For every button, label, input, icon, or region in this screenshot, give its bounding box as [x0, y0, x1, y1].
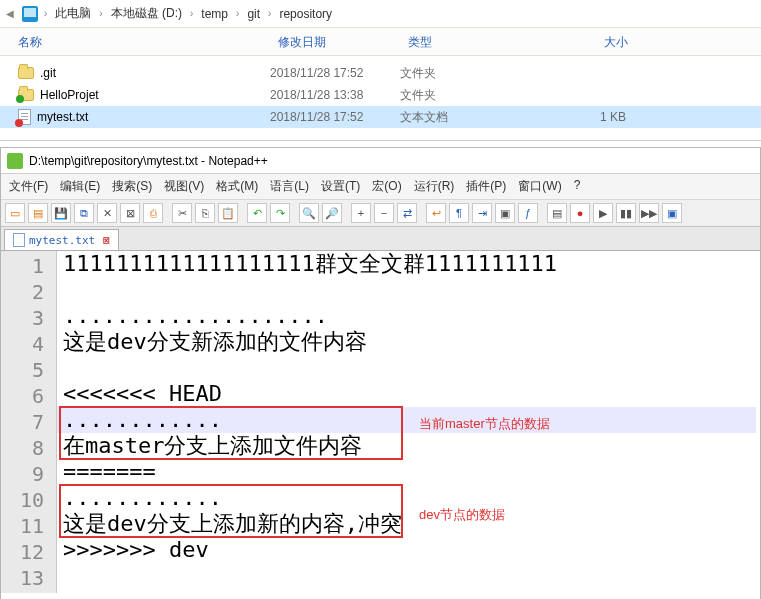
file-name: mytest.txt — [37, 110, 88, 124]
close-tab-icon[interactable]: ⊠ — [103, 234, 110, 247]
col-size[interactable]: 大小 — [516, 34, 636, 51]
breadcrumb-seg[interactable]: git — [245, 7, 262, 21]
menu-item[interactable]: 语言(L) — [270, 178, 309, 195]
code-line[interactable]: 在master分支上添加文件内容 — [57, 433, 756, 459]
code-line[interactable]: ======= — [57, 459, 756, 485]
menu-item[interactable]: 视图(V) — [164, 178, 204, 195]
folder-icon — [18, 89, 34, 101]
chevron-right-icon: › — [99, 8, 102, 19]
col-name[interactable]: 名称 — [0, 34, 270, 51]
zoom-in-button[interactable]: + — [351, 203, 371, 223]
separator — [241, 203, 244, 223]
file-icon — [13, 233, 25, 247]
breadcrumb[interactable]: ◀ › 此电脑 › 本地磁盘 (D:) › temp › git › repos… — [0, 0, 761, 28]
find-button[interactable]: 🔍 — [299, 203, 319, 223]
menu-item[interactable]: ? — [574, 178, 581, 195]
tab-label: mytest.txt — [29, 234, 95, 247]
menu-item[interactable]: 插件(P) — [466, 178, 506, 195]
window-title-bar[interactable]: D:\temp\git\repository\mytest.txt - Note… — [1, 148, 760, 174]
menu-item[interactable]: 格式(M) — [216, 178, 258, 195]
save-all-button[interactable]: ⧉ — [74, 203, 94, 223]
file-row[interactable]: .git2018/11/28 17:52文件夹 — [0, 62, 761, 84]
file-type: 文件夹 — [400, 87, 516, 104]
code-line[interactable]: .................... — [57, 303, 756, 329]
breadcrumb-seg[interactable]: temp — [199, 7, 230, 21]
play-button[interactable]: ▶ — [593, 203, 613, 223]
code-line[interactable]: 这是dev分支上添加新的内容,冲突 — [57, 511, 756, 537]
doc-button[interactable]: ▤ — [547, 203, 567, 223]
annotation-label-master: 当前master节点的数据 — [419, 415, 550, 433]
save-button[interactable]: 💾 — [51, 203, 71, 223]
chevron-right-icon: › — [190, 8, 193, 19]
code-line[interactable]: ............ — [57, 485, 756, 511]
cut-button[interactable]: ✂ — [172, 203, 192, 223]
menu-item[interactable]: 文件(F) — [9, 178, 48, 195]
sync-button[interactable]: ⇄ — [397, 203, 417, 223]
undo-button[interactable]: ↶ — [247, 203, 267, 223]
open-file-button[interactable]: ▤ — [28, 203, 48, 223]
menu-item[interactable]: 宏(O) — [372, 178, 401, 195]
editor[interactable]: 12345678910111213 1111111111111111111群文全… — [1, 251, 760, 599]
close-button[interactable]: ✕ — [97, 203, 117, 223]
file-row[interactable]: HelloProjet2018/11/28 13:38文件夹 — [0, 84, 761, 106]
show-all-button[interactable]: ¶ — [449, 203, 469, 223]
col-modified[interactable]: 修改日期 — [270, 34, 400, 51]
file-modified: 2018/11/28 17:52 — [270, 110, 400, 124]
breadcrumb-seg[interactable]: 本地磁盘 (D:) — [109, 5, 184, 22]
menu-item[interactable]: 运行(R) — [414, 178, 455, 195]
toolbar: ▭ ▤ 💾 ⧉ ✕ ⊠ ⎙ ✂ ⎘ 📋 ↶ ↷ 🔍 🔎 + − ⇄ ↩ ¶ ⇥ … — [1, 200, 760, 227]
replace-button[interactable]: 🔎 — [322, 203, 342, 223]
fast-button[interactable]: ▶▶ — [639, 203, 659, 223]
indent-button[interactable]: ⇥ — [472, 203, 492, 223]
pc-icon — [22, 6, 38, 22]
code-line[interactable]: >>>>>>> dev — [57, 537, 756, 563]
column-headers: 名称 修改日期 类型 大小 — [0, 28, 761, 56]
file-explorer: ◀ › 此电脑 › 本地磁盘 (D:) › temp › git › repos… — [0, 0, 761, 141]
breadcrumb-seg[interactable]: 此电脑 — [53, 5, 93, 22]
separator — [541, 203, 544, 223]
chevron-right-icon: › — [268, 8, 271, 19]
col-type[interactable]: 类型 — [400, 34, 516, 51]
separator — [293, 203, 296, 223]
code-area[interactable]: 1111111111111111111群文全文群1111111111......… — [57, 251, 760, 593]
code-line[interactable]: ............ — [57, 407, 756, 433]
chevron-right-icon: › — [236, 8, 239, 19]
chevron-right-icon: › — [44, 8, 47, 19]
file-type: 文件夹 — [400, 65, 516, 82]
file-row[interactable]: mytest.txt2018/11/28 17:52文本文档1 KB — [0, 106, 761, 128]
separator — [166, 203, 169, 223]
code-line[interactable] — [57, 355, 756, 381]
menu-item[interactable]: 窗口(W) — [518, 178, 561, 195]
file-size: 1 KB — [516, 110, 636, 124]
notepad-window: D:\temp\git\repository\mytest.txt - Note… — [0, 147, 761, 599]
window-title: D:\temp\git\repository\mytest.txt - Note… — [29, 154, 268, 168]
close-all-button[interactable]: ⊠ — [120, 203, 140, 223]
code-line[interactable]: 这是dev分支新添加的文件内容 — [57, 329, 756, 355]
paste-button[interactable]: 📋 — [218, 203, 238, 223]
code-line[interactable]: <<<<<<< HEAD — [57, 381, 756, 407]
copy-button[interactable]: ⎘ — [195, 203, 215, 223]
wrap-button[interactable]: ↩ — [426, 203, 446, 223]
new-file-button[interactable]: ▭ — [5, 203, 25, 223]
code-line[interactable] — [57, 563, 756, 589]
redo-button[interactable]: ↷ — [270, 203, 290, 223]
annotation-label-dev: dev节点的数据 — [419, 506, 505, 524]
code-line[interactable] — [57, 277, 756, 303]
breadcrumb-seg[interactable]: repository — [277, 7, 334, 21]
tab-mytest[interactable]: mytest.txt ⊠ — [4, 229, 119, 250]
function-button[interactable]: ƒ — [518, 203, 538, 223]
menu-item[interactable]: 搜索(S) — [112, 178, 152, 195]
file-modified: 2018/11/28 13:38 — [270, 88, 400, 102]
file-modified: 2018/11/28 17:52 — [270, 66, 400, 80]
menu-item[interactable]: 编辑(E) — [60, 178, 100, 195]
print-button[interactable]: ⎙ — [143, 203, 163, 223]
stop-button[interactable]: ▮▮ — [616, 203, 636, 223]
folder-button[interactable]: ▣ — [495, 203, 515, 223]
save-macro-button[interactable]: ▣ — [662, 203, 682, 223]
record-button[interactable]: ● — [570, 203, 590, 223]
menu-item[interactable]: 设置(T) — [321, 178, 360, 195]
back-icon[interactable]: ◀ — [6, 8, 14, 19]
code-line[interactable]: 1111111111111111111群文全文群1111111111 — [57, 251, 756, 277]
separator — [345, 203, 348, 223]
zoom-out-button[interactable]: − — [374, 203, 394, 223]
